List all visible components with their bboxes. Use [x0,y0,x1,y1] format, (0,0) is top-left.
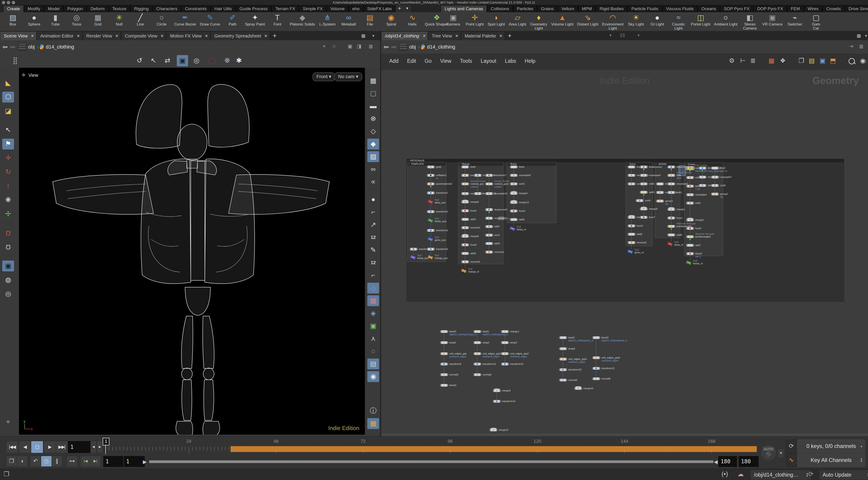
normal-lighting-icon[interactable]: ◆ [367,139,379,149]
bookmark-icon[interactable]: ☆ [332,43,336,49]
tool-null[interactable]: ✳Null [108,12,130,31]
node-body[interactable] [474,192,482,195]
tool-circle[interactable]: ○Circle [151,12,172,31]
node-body[interactable] [510,182,518,185]
smooth-wire-icon[interactable]: ∞ [367,164,379,175]
node-body[interactable] [501,341,509,344]
node-body[interactable] [485,174,493,177]
network-pane-tab-tree-view[interactable]: Tree View✕ [428,31,461,40]
network-pane-new-tab-button[interactable]: + [505,32,515,40]
tab-close-icon[interactable]: ✕ [31,34,34,38]
display-textures-icon[interactable]: ▩ [367,295,379,306]
right-pane-layout-icon[interactable]: ▦ [857,33,861,38]
tool-metaball[interactable]: ∞Metaball [338,12,359,31]
tool-game-controller[interactable]: ▢Gam Car [805,12,827,31]
jump-to-start-button[interactable]: |◀◀ [6,441,18,453]
tool-ambient-light[interactable]: ○Ambient Light [712,12,739,31]
node-body[interactable] [485,192,493,195]
play-button[interactable]: ▶ [43,441,56,453]
current-frame-field[interactable]: 1 [68,441,91,453]
current-node-path-field[interactable]: /obj/d14_clothing…▲▼ [751,470,811,479]
show-objects-icon[interactable]: ▢ [367,88,379,99]
find-icon[interactable] [848,58,855,64]
channel-scope-icon[interactable]: ∿ [786,454,797,467]
visibility-icon[interactable]: ◉ [858,56,868,66]
node-body[interactable] [510,192,518,195]
node-body[interactable] [667,182,675,185]
shelf-tab-rigging[interactable]: Rigging [130,5,152,12]
network-pane-tab--obj-d14-clothing[interactable]: /obj/d14_clothing✕ [381,31,428,40]
node-body[interactable] [559,379,567,382]
tree-hierarchy-icon[interactable]: ⊢ [738,56,748,66]
tool-spot-light[interactable]: ◗Spot Light [486,12,507,31]
left-pane-tab-composite-view[interactable]: Composite View✕ [121,31,166,40]
shelf-tab-grains[interactable]: Grains [537,5,557,12]
left-pane-tab-motion-fx-view[interactable]: Motion FX View✕ [166,31,211,40]
tool-vr-camera[interactable]: ▣VR Camera [761,12,784,31]
tool-grid[interactable]: ▦Grid [87,12,108,31]
node-body[interactable] [711,176,719,179]
undo-scope-icon[interactable]: ↶ [30,456,41,467]
pane-hamburger-icon[interactable]: ≣ [368,43,373,50]
lock-camera-icon[interactable]: ▬ [367,101,379,111]
node-body[interactable] [686,235,694,238]
left-pane-new-tab-button[interactable]: + [270,32,279,40]
background-image-add-icon[interactable]: ▣ [817,56,828,66]
tool-environment-light[interactable]: ◠Environment Light [600,12,625,31]
range-slider[interactable] [149,460,713,463]
node-body[interactable] [461,192,469,195]
node-body[interactable] [636,199,644,202]
node-body[interactable] [627,216,636,219]
view-camera-tool-icon[interactable]: ▣ [2,261,14,271]
tool-distant-light[interactable]: ⇘Distant Light [575,12,600,31]
shelf-tab-sop-pyro-fx[interactable]: SOP Pyro FX [720,5,753,12]
tool-point-light[interactable]: ✛Point Light [464,12,486,31]
node-body[interactable] [699,176,707,179]
tool-l-system[interactable]: ⋔L-System [317,12,338,31]
pan-camera-icon[interactable]: ⇄ [162,55,173,66]
tab-close-icon[interactable]: ✕ [205,34,208,38]
node-body[interactable] [485,217,493,220]
shelf-tab-drive-simulation[interactable]: Drive Simulation [845,5,868,12]
node-body[interactable] [574,387,582,390]
left-shelf-menu-button[interactable]: ▼ [403,5,411,12]
node-body[interactable] [627,166,636,168]
shelf-tab-sidefx-labs[interactable]: SideFX Labs [364,5,396,12]
node-body[interactable] [510,166,518,168]
shelf-tab-lights-and-cameras[interactable]: Lights and Cameras [441,5,487,12]
network-resize-gutter[interactable] [381,434,868,436]
range-start-field[interactable]: 1 [124,456,145,467]
pane-collapse-icon[interactable]: ▼ [609,33,612,37]
display-points-icon[interactable]: ● [367,194,379,205]
node-body[interactable] [427,174,435,177]
node-body[interactable] [440,384,448,387]
menu-edit[interactable]: Edit [407,58,416,64]
scene-context-icon[interactable] [18,43,26,50]
display-hidden-icon[interactable]: ◌ [367,346,379,357]
shelf-tab-particle-fluids[interactable]: Particle Fluids [627,5,662,12]
tool-line[interactable]: ╱Line [130,12,151,31]
focal-length-icon[interactable]: ◎ [2,288,14,299]
node-body[interactable] [667,234,675,236]
shelf-tab-constraints[interactable]: Constraints [181,5,211,12]
node-body[interactable] [461,260,469,263]
node-body[interactable] [473,341,482,344]
keys-display-caret[interactable]: ▲ [860,445,863,447]
auto-key-menu-button[interactable]: ▼ [778,449,784,458]
node-body[interactable] [559,336,567,339]
shelf-tab-collisions[interactable]: Collisions [487,5,513,12]
node-body[interactable] [485,225,493,228]
node-body[interactable] [474,174,482,177]
net-back-icon[interactable]: ⬅ [383,43,389,51]
tool-box[interactable]: ▧Box [2,12,24,31]
node-body[interactable] [440,373,448,376]
secure-selection-icon[interactable]: ⚑ [2,139,14,149]
menu-labs[interactable]: Labs [505,58,516,64]
update-mode-spinner[interactable]: ▲▼ [867,472,868,477]
tool-stereo-camera[interactable]: ◧Stereo Camera [739,12,761,31]
previous-key-button[interactable]: |◀ [80,456,91,467]
sticky-note-icon[interactable]: ▤ [807,56,817,66]
network-pane-tab-material-palette[interactable]: Material Palette✕ [461,31,505,40]
net-hamburger-icon[interactable]: ≣ [859,43,864,50]
node-body[interactable] [510,209,518,212]
